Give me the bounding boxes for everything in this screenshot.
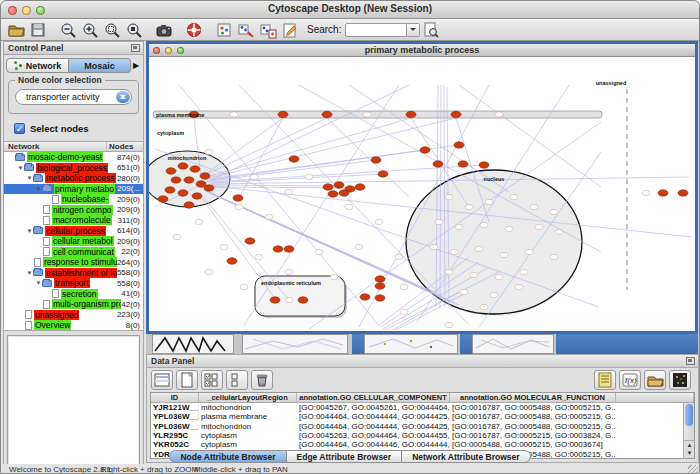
tree-row[interactable]: ▼metabolic process280(0) bbox=[4, 173, 143, 184]
network-view-titlebar[interactable]: primary metabolic process bbox=[149, 44, 695, 57]
column-header[interactable]: annotation.GO MOLECULAR_FUNCTION bbox=[450, 393, 616, 402]
open-file-icon[interactable] bbox=[6, 21, 26, 39]
network-node-unhighlighted[interactable] bbox=[475, 246, 483, 251]
network-node-highlighted[interactable] bbox=[273, 246, 283, 252]
attribute-table-button[interactable] bbox=[151, 370, 173, 390]
zoom-in-icon[interactable] bbox=[80, 21, 100, 39]
network-node-unhighlighted[interactable] bbox=[530, 204, 538, 209]
tree-row[interactable]: nitrogen compo209(0) bbox=[4, 205, 143, 216]
network-node-unhighlighted[interactable] bbox=[500, 252, 508, 257]
network-node-unhighlighted[interactable] bbox=[205, 149, 213, 154]
network-node-unhighlighted[interactable] bbox=[495, 274, 503, 279]
select-nodes-checkbox[interactable]: ✓ bbox=[14, 123, 25, 134]
select-attributes-button[interactable] bbox=[201, 370, 223, 390]
network-node-highlighted[interactable] bbox=[406, 111, 416, 117]
attribute-formula-button[interactable]: f(x) bbox=[619, 370, 641, 390]
snapshot-camera-icon[interactable] bbox=[154, 21, 174, 39]
network-node-unhighlighted[interactable] bbox=[355, 244, 363, 249]
network-node-highlighted[interactable] bbox=[171, 177, 181, 183]
table-row[interactable]: YPL036W__1mitochondrion[GO:0044464, GO:0… bbox=[151, 422, 694, 431]
network-node-highlighted[interactable] bbox=[433, 161, 443, 167]
vizmapper-icon[interactable] bbox=[214, 21, 234, 39]
network-node-unhighlighted[interactable] bbox=[485, 199, 493, 204]
expand-triangle-icon[interactable]: ▼ bbox=[26, 228, 33, 234]
table-row[interactable]: YKR052Ccytoplasm[GO:0044464, GO:0044446,… bbox=[151, 440, 694, 449]
network-canvas[interactable]: plasma membranecytoplasmmitochondrionnuc… bbox=[149, 57, 695, 330]
table-row[interactable]: YLR295Ccytoplasm[GO:0045263, GO:0044464,… bbox=[151, 431, 694, 440]
network-node-highlighted[interactable] bbox=[328, 191, 338, 197]
background-window-fragment[interactable] bbox=[152, 334, 234, 354]
network-node-unhighlighted[interactable] bbox=[465, 204, 473, 209]
attribute-search-icon[interactable] bbox=[421, 21, 441, 39]
zoom-selected-icon[interactable] bbox=[102, 21, 122, 39]
search-input[interactable] bbox=[345, 23, 407, 37]
float-panel-icon[interactable] bbox=[686, 357, 695, 365]
network-node-unhighlighted[interactable] bbox=[195, 219, 203, 224]
network-node-unhighlighted[interactable] bbox=[173, 234, 181, 239]
tree-col-network[interactable]: Network bbox=[4, 142, 107, 151]
tab-scroll-right-button[interactable]: ▶ bbox=[131, 61, 141, 70]
network-node-highlighted[interactable] bbox=[420, 147, 430, 153]
tree-row[interactable]: Overview8(0) bbox=[4, 320, 143, 331]
network-node-highlighted[interactable] bbox=[178, 190, 188, 196]
network-edge[interactable] bbox=[239, 118, 283, 198]
matrix-view-button[interactable] bbox=[669, 370, 691, 390]
resize-grip[interactable] bbox=[688, 465, 698, 474]
network-node-unhighlighted[interactable] bbox=[555, 229, 563, 234]
zoom-fit-icon[interactable] bbox=[124, 21, 144, 39]
network-node-highlighted[interactable] bbox=[278, 111, 288, 117]
network-node-unhighlighted[interactable] bbox=[230, 112, 238, 117]
network-node-unhighlighted[interactable] bbox=[255, 254, 263, 259]
import-attributes-button[interactable] bbox=[644, 370, 666, 390]
network-node-unhighlighted[interactable] bbox=[515, 284, 523, 289]
column-header[interactable]: annotation.GO CELLULAR_COMPONENT bbox=[297, 393, 450, 402]
network-node-highlighted[interactable] bbox=[458, 161, 468, 167]
tree-row[interactable]: mosaic-demo-yeast874(0) bbox=[4, 152, 143, 163]
expand-triangle-icon[interactable]: ▼ bbox=[35, 280, 42, 286]
network-node-unhighlighted[interactable] bbox=[550, 209, 558, 214]
tree-row[interactable]: ▼biological_process651(0) bbox=[4, 163, 143, 174]
new-attribute-button[interactable] bbox=[176, 370, 198, 390]
network-node-unhighlighted[interactable] bbox=[460, 289, 468, 294]
network-node-highlighted[interactable] bbox=[658, 190, 668, 196]
network-node-highlighted[interactable] bbox=[192, 193, 202, 199]
tab-mosaic[interactable]: Mosaic bbox=[69, 58, 131, 73]
tab-network-attribute-browser[interactable]: Network Attribute Browser bbox=[402, 450, 530, 463]
network-node-unhighlighted[interactable] bbox=[510, 194, 518, 199]
network-node-highlighted[interactable] bbox=[190, 166, 200, 172]
unselect-attributes-button[interactable] bbox=[226, 370, 248, 390]
network-node-unhighlighted[interactable] bbox=[345, 204, 353, 209]
network-node-highlighted[interactable] bbox=[454, 142, 464, 148]
network-node-highlighted[interactable] bbox=[298, 297, 308, 303]
float-panel-icon[interactable] bbox=[131, 44, 140, 52]
network-node-highlighted[interactable] bbox=[323, 184, 333, 190]
save-session-icon[interactable] bbox=[28, 21, 48, 39]
network-node-highlighted[interactable] bbox=[200, 173, 210, 179]
network-node-unhighlighted[interactable] bbox=[450, 249, 458, 254]
network-node-highlighted[interactable] bbox=[678, 190, 688, 196]
scrollbar-thumb[interactable] bbox=[685, 404, 693, 426]
background-window-border[interactable] bbox=[352, 334, 364, 354]
tree-row[interactable]: multi-organism pro42(0) bbox=[4, 299, 143, 310]
network-node-highlighted[interactable] bbox=[289, 156, 299, 162]
network-node-unhighlighted[interactable] bbox=[490, 292, 498, 297]
help-lifesaver-icon[interactable] bbox=[184, 21, 204, 39]
network-node-unhighlighted[interactable] bbox=[435, 219, 443, 224]
network-node-unhighlighted[interactable] bbox=[455, 224, 463, 229]
network-node-unhighlighted[interactable] bbox=[445, 322, 453, 327]
network-node-unhighlighted[interactable] bbox=[285, 297, 293, 302]
attribute-list-button[interactable] bbox=[594, 370, 616, 390]
network-node-highlighted[interactable] bbox=[178, 163, 188, 169]
network-node-unhighlighted[interactable] bbox=[285, 269, 293, 274]
background-window-fragment[interactable] bbox=[364, 334, 458, 354]
network-node-unhighlighted[interactable] bbox=[375, 219, 383, 224]
network-node-highlighted[interactable] bbox=[371, 157, 381, 163]
network-node-unhighlighted[interactable] bbox=[240, 284, 248, 289]
network-node-unhighlighted[interactable] bbox=[430, 244, 438, 249]
tab-edge-attribute-browser[interactable]: Edge Attribute Browser bbox=[287, 450, 403, 463]
tab-network[interactable]: Network bbox=[6, 58, 69, 73]
network-node-highlighted[interactable] bbox=[479, 162, 489, 168]
network-node-highlighted[interactable] bbox=[334, 182, 344, 188]
network-node-highlighted[interactable] bbox=[355, 184, 365, 190]
network-node-highlighted[interactable] bbox=[375, 276, 385, 282]
